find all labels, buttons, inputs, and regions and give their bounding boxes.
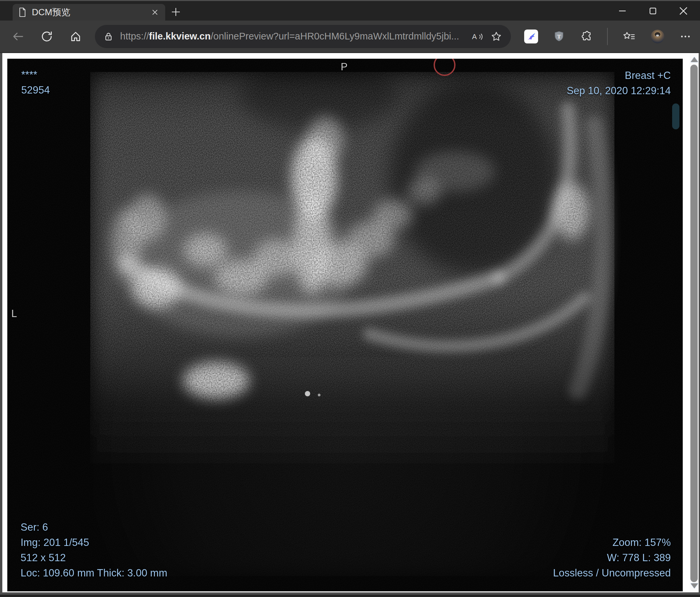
document-icon — [18, 7, 27, 17]
overlay-display-block: Zoom: 157% W: 778 L: 389 Lossless / Unco… — [553, 535, 671, 581]
url-scheme: https:// — [120, 31, 149, 42]
overlay-patient-block: **** 52954 — [21, 67, 50, 98]
more-options-icon[interactable] — [679, 30, 691, 43]
orientation-label-left: L — [11, 306, 17, 321]
back-button[interactable] — [9, 26, 27, 47]
svg-text:T: T — [557, 33, 561, 40]
compression-info: Lossless / Uncompressed — [553, 566, 671, 581]
favorites-hub-icon[interactable] — [622, 30, 635, 43]
browser-tab[interactable]: DCM预览 — [12, 4, 165, 21]
patient-id: 52954 — [21, 83, 50, 98]
new-tab-button[interactable] — [169, 5, 182, 19]
profile-avatar[interactable] — [650, 29, 665, 44]
study-datetime: Sep 10, 2020 12:29:14 — [567, 83, 671, 99]
page-frame: **** 52954 P L Breast +C Sep 10, 2020 12… — [0, 53, 700, 595]
svg-text:A: A — [472, 32, 477, 41]
series-number: Ser: 6 — [21, 520, 167, 535]
close-button[interactable] — [668, 1, 699, 21]
study-description: Breast +C — [567, 68, 671, 83]
scrollbar-up-arrow[interactable] — [691, 57, 698, 62]
url-text: https://file.kkview.cn/onlinePreview?url… — [120, 31, 465, 42]
tab-title: DCM预览 — [32, 6, 150, 18]
overlay-study-block: Breast +C Sep 10, 2020 12:29:14 — [567, 68, 671, 99]
maximize-button[interactable] — [638, 1, 668, 21]
extension-bird-icon[interactable] — [524, 29, 538, 44]
orientation-label-posterior: P — [341, 59, 348, 75]
image-number: Img: 201 1/545 — [21, 535, 167, 550]
zoom-level: Zoom: 157% — [553, 535, 671, 550]
scrollbar-thumb[interactable] — [691, 65, 698, 582]
viewer-scrollbar-thumb[interactable] — [672, 103, 679, 129]
title-bar: DCM预览 — [0, 1, 700, 21]
toolbar-right-icons: T — [524, 28, 691, 45]
browser-toolbar: https://file.kkview.cn/onlinePreview?url… — [0, 21, 700, 53]
browser-window: DCM预览 — [0, 0, 700, 597]
url-path: /onlinePreview?url=aHR0cHM6Ly9maWxlLmtrd… — [211, 31, 459, 42]
page-scrollbar[interactable] — [690, 53, 699, 592]
favorite-star-icon[interactable] — [490, 30, 502, 43]
image-matrix: 512 x 512 — [21, 550, 167, 566]
url-domain: file.kkview.cn — [149, 31, 211, 42]
dicom-canvas[interactable]: **** 52954 P L Breast +C Sep 10, 2020 12… — [7, 59, 683, 591]
slice-location: Loc: 109.60 mm Thick: 3.00 mm — [21, 566, 167, 581]
extensions-puzzle-icon[interactable] — [580, 30, 593, 43]
patient-name-masked: **** — [21, 67, 50, 83]
address-bar[interactable]: https://file.kkview.cn/onlinePreview?url… — [95, 25, 511, 48]
toolbar-divider — [607, 28, 608, 45]
scrollbar-down-arrow[interactable] — [691, 583, 698, 588]
mri-image — [7, 59, 683, 591]
extension-shield-icon[interactable]: T — [553, 30, 565, 43]
window-controls — [607, 1, 699, 21]
read-aloud-icon[interactable]: A — [471, 30, 484, 43]
window-level: W: 778 L: 389 — [553, 550, 671, 566]
lock-icon — [103, 31, 114, 42]
tab-close-icon[interactable] — [150, 7, 160, 17]
overlay-series-block: Ser: 6 Img: 201 1/545 512 x 512 Loc: 109… — [21, 520, 167, 581]
refresh-button[interactable] — [38, 26, 56, 47]
home-button[interactable] — [66, 26, 85, 47]
minimize-button[interactable] — [607, 1, 638, 21]
dicom-preview-page: **** 52954 P L Breast +C Sep 10, 2020 12… — [2, 53, 699, 592]
